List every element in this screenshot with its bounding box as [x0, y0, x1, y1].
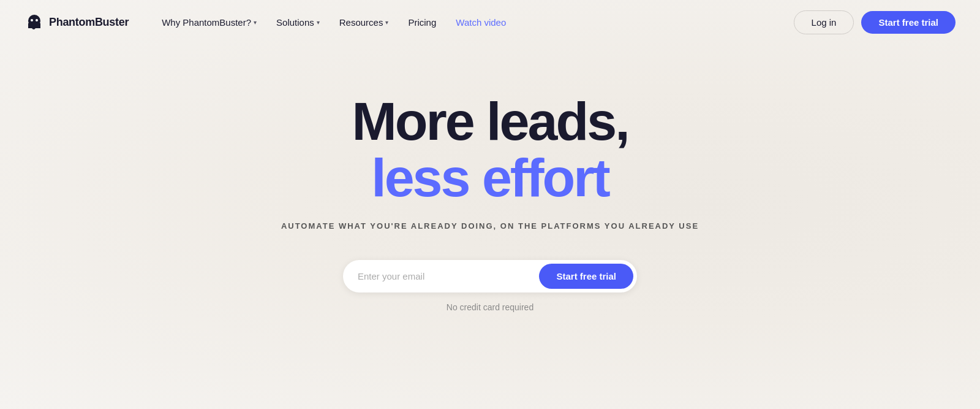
chevron-down-icon: ▾: [317, 19, 320, 26]
brand-name: PhantomBuster: [49, 16, 129, 29]
login-button[interactable]: Log in: [794, 10, 854, 34]
nav-item-why-phantombuster[interactable]: Why PhantomBuster? ▾: [153, 12, 265, 32]
nav-links: Why PhantomBuster? ▾ Solutions ▾ Resourc…: [153, 12, 793, 32]
hero-title-line2: less effort: [352, 150, 628, 206]
hero-title: More leads, less effort: [352, 93, 628, 207]
svg-point-2: [31, 19, 33, 21]
start-trial-nav-button[interactable]: Start free trial: [861, 11, 956, 34]
start-trial-hero-button[interactable]: Start free trial: [539, 264, 633, 289]
logo-icon: [24, 12, 44, 32]
hero-title-line1: More leads,: [352, 93, 628, 150]
nav-item-solutions[interactable]: Solutions ▾: [268, 12, 328, 32]
nav-item-resources[interactable]: Resources ▾: [331, 12, 398, 32]
chevron-down-icon: ▾: [254, 19, 257, 26]
hero-section: More leads, less effort Automate what yo…: [0, 44, 980, 349]
logo-link[interactable]: PhantomBuster: [24, 12, 129, 32]
hero-subtitle: Automate what you're already doing, on t…: [281, 221, 699, 231]
nav-item-watch-video[interactable]: Watch video: [447, 12, 514, 32]
email-input[interactable]: [358, 271, 539, 281]
chevron-down-icon: ▾: [385, 19, 388, 26]
navbar: PhantomBuster Why PhantomBuster? ▾ Solut…: [0, 0, 980, 44]
email-form: Start free trial: [343, 260, 637, 292]
nav-item-pricing[interactable]: Pricing: [399, 12, 445, 32]
nav-actions: Log in Start free trial: [794, 10, 956, 34]
no-credit-card-text: No credit card required: [447, 302, 533, 312]
svg-point-3: [36, 19, 38, 21]
